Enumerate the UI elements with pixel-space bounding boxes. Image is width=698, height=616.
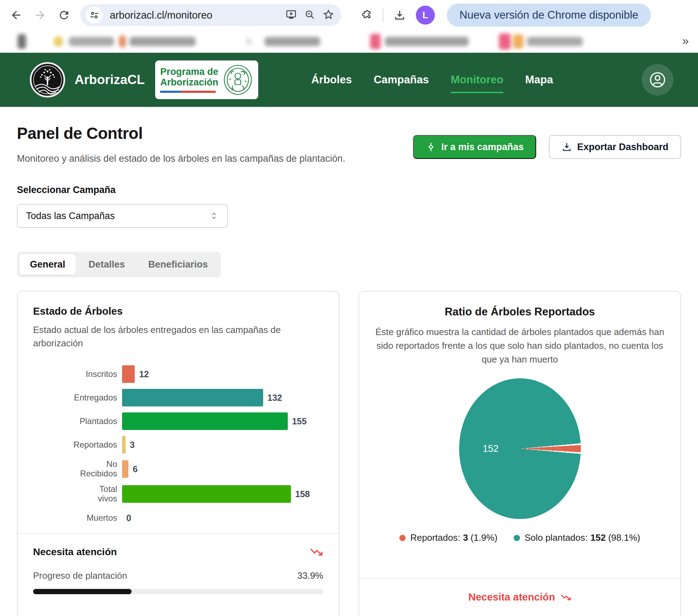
bookmark-item[interactable] (513, 34, 524, 49)
arboriza-logo[interactable] (30, 62, 65, 98)
legend-item-reportados[interactable]: Reportados:3(1.9%) (399, 532, 497, 543)
bar-value-label: 6 (133, 464, 138, 474)
bookmark-item[interactable] (69, 37, 114, 46)
user-account-icon[interactable] (642, 64, 673, 96)
select-chevrons-icon (209, 211, 219, 221)
bookmarks-bar: » (0, 30, 698, 53)
bar-chart-title: Estado de Árboles (33, 306, 323, 317)
bar-segment (122, 436, 126, 454)
bar-row: Total vivos158 (33, 485, 323, 503)
address-bar[interactable]: arborizacl.cl/monitoreo (80, 4, 341, 26)
browser-toolbar: arborizacl.cl/monitoreo (0, 0, 698, 30)
reported-ratio-card: Ratio de Árboles Reportados Éste gráfico… (358, 291, 681, 616)
bar-row: Muertos0 (33, 509, 323, 527)
dashboard-main: Panel de Control Monitoreo y análisis de… (0, 124, 698, 616)
legend-dot-reportados (399, 535, 406, 541)
nav-link-monitoreo[interactable]: Monitoreo (451, 73, 503, 86)
bookmark-item[interactable] (265, 37, 320, 46)
bookmark-item[interactable] (246, 38, 251, 45)
header-actions: Ir a mis campañas Exportar Dashboard (413, 135, 681, 159)
toolbar-divider (383, 8, 383, 22)
bar-value-label: 132 (267, 393, 282, 403)
bar-area: 0 (122, 513, 323, 523)
bar-row: No Recibidos6 (33, 460, 323, 479)
navigate-icon (426, 142, 436, 152)
pie-chart-subtitle: Éste gráfico muestra la cantidad de árbo… (375, 325, 665, 366)
extensions-icon[interactable] (359, 7, 374, 23)
trending-down-icon (309, 545, 323, 559)
page: arborizacl.cl/monitoreo (0, 0, 698, 616)
bookmark-item[interactable] (129, 37, 196, 46)
pie-legend: Reportados:3(1.9%) Solo plantados:152(98… (375, 532, 665, 543)
bookmark-item[interactable] (370, 34, 381, 49)
attention-section-right: Necesita atención 1.9% de árboles planta… (359, 578, 680, 616)
flag-underline (160, 91, 216, 93)
bar-segment (122, 485, 291, 503)
chrome-update-button[interactable]: Nueva versión de Chrome disponible (447, 4, 651, 27)
bar-category-label: Entregados (33, 393, 122, 403)
view-tabs: General Detalles Beneficiarios (17, 252, 221, 277)
campaign-filter-label: Seleccionar Campaña (17, 185, 681, 195)
page-subtitle: Monitoreo y análisis del estado de los á… (17, 153, 345, 164)
bar-chart: Inscritos12Entregados132Plantados155Repo… (33, 365, 323, 527)
bar-area: 3 (122, 436, 323, 454)
url-text[interactable]: arborizacl.cl/monitoreo (110, 9, 278, 21)
tab-detalles[interactable]: Detalles (78, 254, 136, 275)
nav-links: Árboles Campañas Monitoreo Mapa (311, 73, 553, 86)
go-campaigns-button[interactable]: Ir a mis campañas (413, 135, 536, 159)
bookmark-star-icon[interactable] (323, 9, 334, 22)
bar-segment (122, 412, 288, 430)
site-navbar: ArborizaCL Programa de Arborización (0, 53, 698, 107)
nav-link-mapa[interactable]: Mapa (525, 73, 553, 86)
bar-segment (122, 365, 135, 383)
campaign-select[interactable]: Todas las Campañas (17, 204, 228, 228)
site-controls-icon[interactable] (86, 7, 103, 24)
bookmark-item[interactable] (18, 34, 26, 49)
bookmark-item[interactable] (119, 36, 126, 47)
install-app-icon[interactable] (285, 9, 297, 22)
forward-icon[interactable] (32, 7, 48, 23)
nav-link-campanas[interactable]: Campañas (374, 73, 429, 86)
zoom-out-icon[interactable] (304, 9, 316, 22)
progress-bar (33, 589, 323, 594)
downloads-icon[interactable] (392, 7, 407, 23)
bar-segment (122, 389, 263, 406)
bookmark-item[interactable] (499, 33, 511, 50)
bar-chart-subtitle: Estado actual de los árboles entregados … (33, 323, 286, 350)
page-title: Panel de Control (17, 124, 345, 143)
tab-beneficiarios[interactable]: Beneficiarios (138, 254, 218, 275)
legend-dot-solo-plantados (514, 535, 520, 541)
bar-category-label: Plantados (33, 417, 122, 426)
back-icon[interactable] (8, 7, 24, 23)
bookmark-item[interactable] (385, 37, 469, 46)
bar-row: Inscritos12 (33, 365, 323, 383)
tab-general[interactable]: General (19, 254, 76, 275)
bar-value-label: 12 (139, 369, 149, 379)
bar-area: 132 (122, 389, 323, 406)
reload-icon[interactable] (56, 7, 72, 23)
progress-fill (33, 589, 132, 594)
export-dashboard-button[interactable]: Exportar Dashboard (549, 135, 681, 159)
pie-chart (459, 378, 581, 519)
bookmark-item[interactable] (53, 36, 63, 47)
bar-area: 158 (122, 485, 323, 503)
trending-down-icon (560, 592, 571, 603)
download-icon (561, 142, 572, 152)
campaign-select-value: Todas las Campañas (26, 211, 115, 222)
bookmark-item[interactable] (527, 37, 583, 46)
bar-value-label: 0 (126, 513, 131, 523)
bar-row: Reportados3 (33, 436, 323, 454)
bar-segment (122, 460, 128, 478)
attention-section-left: Necesita atención Progreso de plantación… (18, 533, 339, 616)
brand-name[interactable]: ArborizaCL (75, 72, 145, 87)
bookmarks-overflow-icon[interactable]: » (682, 34, 689, 47)
progress-value: 33.9% (297, 570, 323, 581)
bar-category-label: Total vivos (33, 485, 122, 503)
nav-link-arboles[interactable]: Árboles (311, 73, 352, 86)
ministry-emblem-icon (222, 64, 253, 95)
program-badge: Programa de Arborización (155, 60, 258, 99)
profile-avatar[interactable]: L (416, 6, 435, 25)
legend-item-solo-plantados[interactable]: Solo plantados:152(98.1%) (514, 532, 640, 543)
attention-title-left: Necesita atención (33, 546, 117, 558)
bar-category-label: No Recibidos (33, 460, 122, 479)
